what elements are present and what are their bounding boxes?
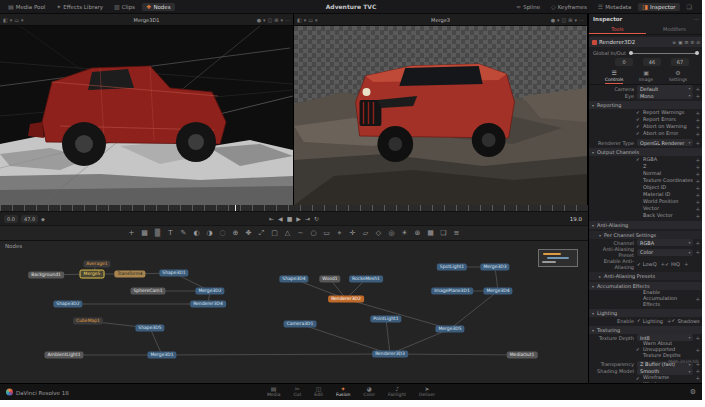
aa-presets-header[interactable]: ▸Anti-Aliasing Presets [589,272,702,280]
underlay-icon[interactable]: ❏ [439,230,448,237]
graph-node[interactable]: RocksMesh1 [349,276,383,283]
checkbox-row[interactable]: ✓ Vector + [589,205,702,212]
shadows-checkbox[interactable]: ✓Shadows+ [672,318,702,324]
go-to-start-button[interactable]: ⇤ [269,215,274,222]
sticky-note-icon[interactable]: ≡ [452,230,461,237]
graph-node[interactable]: Background1 [28,272,64,279]
animate-plus-icon[interactable]: + [693,185,700,191]
animate-plus-icon[interactable]: + [693,131,700,137]
checkbox-row[interactable]: ✓ Normal + [589,170,702,177]
lighting-checkbox[interactable]: ✓Lighting+ [637,318,672,324]
left-viewer-canvas[interactable] [0,26,293,205]
graph-node[interactable]: Renderer3D4 [190,301,226,308]
animate-plus-icon[interactable]: + [693,86,700,92]
view-layout-icon[interactable]: ◧ [297,17,302,23]
graph-node[interactable]: Shape3D1 [159,270,188,277]
graph-node[interactable]: Merge3D5 [435,326,464,333]
merge-icon[interactable]: ⊕ [231,230,240,237]
page-tab[interactable]: ▤ Media [267,385,281,397]
global-in-out-slider[interactable] [629,53,699,54]
ab-compare-icon[interactable]: ◫ [562,17,567,23]
global-out-field[interactable]: 67 [671,58,689,66]
graph-node[interactable]: Shape3D4 [279,276,308,283]
background-icon[interactable]: ▩ [140,230,149,237]
layout-grid-icon[interactable]: ⊞ [568,17,572,23]
checkbox-row[interactable]: ✓ Report Errors + [589,116,702,123]
hiq-checkbox[interactable]: ✓HiQ+ [665,261,688,267]
topbar-button[interactable]: ≈ Spline [512,3,544,11]
aa-preset-dropdown[interactable]: Color▾ [637,249,693,256]
rectangle-mask-icon[interactable]: ▭ [322,230,331,237]
checkbox-row[interactable]: ✓ Material ID + [589,191,702,198]
checkbox-row[interactable]: ✓ Report Warnings + [589,109,702,116]
lighting-section-header[interactable]: ▾Lighting [589,309,702,317]
dropdown-caret-icon[interactable]: ▾ [263,17,266,23]
add-tool-icon[interactable]: + [127,230,136,237]
animate-plus-icon[interactable]: + [665,318,672,324]
animate-plus-icon[interactable]: + [693,249,700,255]
graph-node[interactable]: Shape3D2 [53,301,82,308]
warn-texture-depths-row[interactable]: ✓ Warn About Unsupported Texture Depths … [589,341,702,358]
graph-node[interactable]: AmbientLight1 [44,352,83,359]
graph-node[interactable]: Camera3D1 [284,321,317,328]
animate-plus-icon[interactable]: + [693,296,700,302]
animate-plus-icon[interactable]: + [693,117,700,123]
text-icon[interactable]: T [166,230,175,237]
lowq-checkbox[interactable]: ✓LowQ+ [637,261,665,267]
color-corrector-icon[interactable]: ◐ [192,230,201,237]
graph-node[interactable]: Merge3D3 [480,264,509,271]
slider-handle[interactable] [629,51,633,55]
node-settings-icon[interactable]: ⚙ [690,40,694,45]
inspector-tab[interactable]: Modifiers [646,24,702,34]
graph-node[interactable]: Transform4 [114,271,145,278]
animate-plus-icon[interactable]: + [693,240,700,246]
checkbox-row[interactable]: ✓ Abort on Warning + [589,123,702,130]
renderer-3d-icon[interactable]: ▦ [426,230,435,237]
fastnoise-icon[interactable]: ▒ [153,230,162,237]
graph-node[interactable]: Merge3D2 [195,288,224,295]
global-in-field[interactable]: 0 [615,58,633,66]
animate-plus-icon[interactable]: + [659,261,666,267]
selected-node-row[interactable]: Renderer3D2 ≣▣⊞⚙⊘ [589,37,702,47]
loop-button[interactable]: ↻ [314,215,319,222]
tracker-icon[interactable]: ⌖ [335,230,344,237]
ab-compare-icon[interactable]: ◫ [268,17,273,23]
animate-plus-icon[interactable]: + [693,171,700,177]
slider-handle[interactable] [695,51,699,55]
inspector-subtab[interactable]: ▣ Image [639,70,653,84]
page-tab[interactable]: ◫ Edit [314,385,323,397]
animate-plus-icon[interactable]: + [693,192,700,198]
resize-icon[interactable]: ⤢ [257,230,266,237]
animate-plus-icon[interactable]: + [693,368,700,374]
topbar-button[interactable]: ❖ Nodes [142,3,175,11]
topbar-button[interactable]: ❑ [683,3,698,11]
dropdown-caret-icon[interactable]: ▾ [574,17,577,23]
view-layout-icon[interactable]: ◧ [3,17,8,23]
eye-dropdown[interactable]: Mono▾ [637,92,693,99]
checkbox-row[interactable]: ✓ RGBA + [589,156,702,163]
page-tab[interactable]: ♪ Fairlight [388,385,406,397]
camera-3d-icon[interactable]: ◎ [387,230,396,237]
renderer-type-dropdown[interactable]: OpenGL Renderer▾ [637,139,693,146]
output-channels-section-header[interactable]: ▾Output Channels [589,148,702,156]
animate-plus-icon[interactable]: + [693,124,700,130]
animate-plus-icon[interactable]: + [693,206,700,212]
graph-node[interactable]: Merge3D4 [483,288,512,295]
transform-icon[interactable]: ✥ [244,230,253,237]
topbar-button[interactable]: ◨ Inspector [638,3,679,11]
animate-plus-icon[interactable]: + [693,110,700,116]
node-minimap[interactable] [538,249,578,267]
render-range-in-field[interactable]: 0.0 [4,215,18,223]
page-tab[interactable]: ✦ Fusion [336,385,350,397]
lut-icon[interactable]: ▭ [308,17,313,23]
versions-icon[interactable]: ≣ [672,40,676,45]
merge-3d-icon[interactable]: ⊛ [413,230,422,237]
graph-node[interactable]: Shape3D5 [135,325,164,332]
animate-plus-icon[interactable]: + [682,261,689,267]
topbar-button[interactable]: ✦ Effects Library [52,3,107,11]
polygon-mask-icon[interactable]: △ [283,230,292,237]
per-channel-settings-header[interactable]: ▾Per Channel Settings [589,231,702,239]
graph-node[interactable]: MediaOut1 [507,352,538,359]
render-range-out-field[interactable]: 47.0 [21,215,38,223]
current-frame-field[interactable]: 19.0 [570,216,582,222]
